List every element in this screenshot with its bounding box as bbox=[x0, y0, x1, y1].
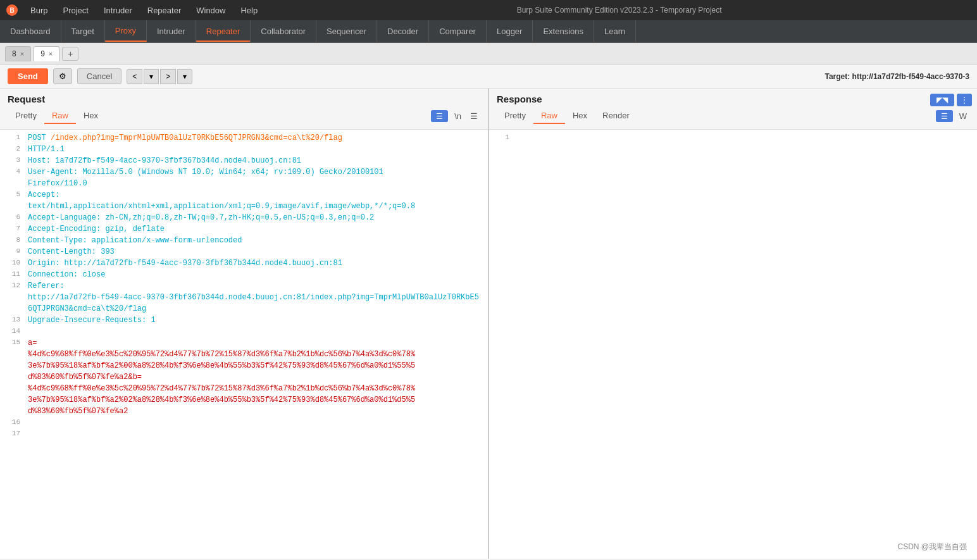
send-button[interactable]: Send bbox=[8, 68, 48, 84]
response-tab-raw[interactable]: Raw bbox=[533, 108, 565, 124]
request-line-1: 1 POST /index.php?img=TmprMlpUWTB0alUzT0… bbox=[0, 132, 488, 144]
request-tab-hex[interactable]: Hex bbox=[76, 108, 106, 124]
tab-decoder[interactable]: Decoder bbox=[377, 20, 429, 42]
response-panel-top-icons: ◤◥ ⋮ bbox=[930, 94, 972, 106]
request-line-13: 13 Upgrade-Insecure-Requests: 1 bbox=[0, 314, 488, 326]
tab-learn[interactable]: Learn bbox=[594, 20, 636, 42]
request-line-2: 2 HTTP/1.1 bbox=[0, 144, 488, 155]
response-view-button[interactable]: W bbox=[957, 110, 969, 122]
request-line-15f: 3e%7b%95%18%af%bf%a2%02%a8%28%4b%f3%6e%8… bbox=[0, 394, 488, 406]
menu-repeater[interactable]: Repeater bbox=[141, 3, 187, 18]
burp-logo-icon: B bbox=[5, 3, 19, 17]
nav-forward-dropdown-button[interactable]: ▾ bbox=[177, 69, 192, 84]
tab-repeater[interactable]: Repeater bbox=[196, 20, 251, 42]
repeater-tab-8-close[interactable]: × bbox=[20, 50, 24, 58]
response-panel: Response Pretty Raw Hex Render ☰ W ◤◥ ⋮ bbox=[489, 89, 977, 559]
response-tools: ☰ W bbox=[936, 110, 969, 122]
watermark: CSDN @我辈当自强 bbox=[897, 542, 967, 552]
tab-logger[interactable]: Logger bbox=[487, 20, 533, 42]
request-line-10: 10 Origin: http://1a7d72fb-f549-4acc-937… bbox=[0, 258, 488, 269]
request-line-12b: http://1a7d72fb-f549-4acc-9370-3fbf367b3… bbox=[0, 292, 488, 314]
request-line-15d: d%83%60%fb%5f%07%fe%a2&b= bbox=[0, 371, 488, 383]
request-line-6: 6 Accept-Language: zh-CN,zh;q=0.8,zh-TW;… bbox=[0, 212, 488, 223]
response-code-area[interactable]: 1 bbox=[489, 130, 977, 559]
tab-proxy[interactable]: Proxy bbox=[105, 20, 147, 42]
response-tab-pretty[interactable]: Pretty bbox=[497, 108, 533, 124]
request-code-area[interactable]: 1 POST /index.php?img=TmprMlpUWTB0alUzT0… bbox=[0, 130, 488, 559]
response-subtabs: Pretty Raw Hex Render bbox=[497, 108, 637, 124]
settings-button[interactable]: ⚙ bbox=[53, 68, 72, 84]
request-line-7: 7 Accept-Encoding: gzip, deflate bbox=[0, 223, 488, 235]
app-title: Burp Suite Community Edition v2023.2.3 -… bbox=[266, 6, 972, 15]
response-inspector-button[interactable]: ☰ bbox=[936, 110, 953, 122]
repeater-tab-8-label: 8 bbox=[12, 49, 16, 58]
request-line-11: 11 Connection: close bbox=[0, 269, 488, 280]
add-repeater-tab[interactable]: + bbox=[62, 47, 78, 61]
tab-extensions[interactable]: Extensions bbox=[533, 20, 594, 42]
repeater-tabs: 8 × 9 × + bbox=[0, 43, 977, 65]
request-line-15: 15 a= bbox=[0, 337, 488, 349]
repeater-tab-8[interactable]: 8 × bbox=[5, 46, 31, 61]
request-line-8: 8 Content-Type: application/x-www-form-u… bbox=[0, 235, 488, 246]
nav-arrows: < ▾ > ▾ bbox=[127, 69, 192, 84]
request-newline-button[interactable]: \n bbox=[452, 110, 464, 122]
nav-back-button[interactable]: < bbox=[127, 69, 142, 84]
nav-forward-button[interactable]: > bbox=[160, 69, 176, 84]
menu-window[interactable]: Window bbox=[190, 3, 232, 18]
request-line-15g: d%83%60%fb%5f%07%fe%a2 bbox=[0, 406, 488, 417]
request-title: Request bbox=[8, 94, 480, 104]
request-inspector-button[interactable]: ☰ bbox=[431, 110, 448, 122]
tab-comparer[interactable]: Comparer bbox=[429, 20, 487, 42]
request-tools: ☰ \n ☰ bbox=[431, 110, 480, 122]
main-content: Request Pretty Raw Hex ☰ \n ☰ 1 POST /in… bbox=[0, 89, 977, 559]
request-line-4: 4 User-Agent: Mozilla/5.0 (Windows NT 10… bbox=[0, 166, 488, 178]
request-line-14: 14 bbox=[0, 326, 488, 337]
target-label: Target: http://1a7d72fb-f549-4acc-9370-3 bbox=[825, 72, 969, 81]
request-line-9: 9 Content-Length: 393 bbox=[0, 246, 488, 258]
response-expand-button[interactable]: ⋮ bbox=[957, 94, 972, 106]
request-line-15c: 3e%7b%95%18%af%bf%a2%00%a8%28%4b%f3%6e%8… bbox=[0, 360, 488, 371]
response-tab-hex[interactable]: Hex bbox=[565, 108, 595, 124]
request-line-4b: Firefox/110.0 bbox=[0, 178, 488, 189]
tab-target[interactable]: Target bbox=[61, 20, 105, 42]
tab-collaborator[interactable]: Collaborator bbox=[251, 20, 316, 42]
tab-sequencer[interactable]: Sequencer bbox=[316, 20, 377, 42]
request-line-15b: %4d%c9%68%ff%0e%e3%5c%20%95%72%d4%77%7b%… bbox=[0, 349, 488, 360]
repeater-tab-9-label: 9 bbox=[40, 49, 45, 58]
response-split-view-button[interactable]: ◤◥ bbox=[930, 94, 954, 106]
response-title: Response bbox=[497, 94, 969, 104]
response-tab-render[interactable]: Render bbox=[595, 108, 637, 124]
nav-dropdown-button[interactable]: ▾ bbox=[144, 69, 159, 84]
menu-intruder[interactable]: Intruder bbox=[97, 3, 139, 18]
request-line-12: 12 Referer: bbox=[0, 280, 488, 292]
menu-burp[interactable]: Burp bbox=[24, 3, 54, 18]
request-line-5b: text/html,application/xhtml+xml,applicat… bbox=[0, 201, 488, 212]
toolbar: Send ⚙ Cancel < ▾ > ▾ Target: http://1a7… bbox=[0, 65, 977, 89]
response-panel-header: Response Pretty Raw Hex Render ☰ W bbox=[489, 89, 977, 130]
repeater-tab-9-close[interactable]: × bbox=[49, 50, 53, 58]
request-line-17: 17 bbox=[0, 428, 488, 440]
request-line-16: 16 bbox=[0, 417, 488, 428]
repeater-tab-9[interactable]: 9 × bbox=[34, 46, 59, 61]
request-line-5: 5 Accept: bbox=[0, 189, 488, 201]
request-menu-button[interactable]: ☰ bbox=[468, 110, 480, 122]
svg-text:B: B bbox=[9, 7, 14, 14]
request-panel: Request Pretty Raw Hex ☰ \n ☰ 1 POST /in… bbox=[0, 89, 489, 559]
request-tab-raw[interactable]: Raw bbox=[44, 108, 76, 124]
tab-dashboard[interactable]: Dashboard bbox=[0, 20, 61, 42]
response-line-1: 1 bbox=[489, 132, 977, 144]
cancel-button[interactable]: Cancel bbox=[77, 68, 121, 84]
menu-project[interactable]: Project bbox=[56, 3, 94, 18]
menu-help[interactable]: Help bbox=[234, 3, 264, 18]
request-panel-header: Request Pretty Raw Hex ☰ \n ☰ bbox=[0, 89, 488, 130]
request-subtabs: Pretty Raw Hex bbox=[8, 108, 106, 124]
menu-bar: B Burp Project Intruder Repeater Window … bbox=[0, 0, 977, 20]
request-line-15e: %4d%c9%68%ff%0e%e3%5c%20%95%72%d4%77%7b%… bbox=[0, 383, 488, 394]
tab-intruder[interactable]: Intruder bbox=[147, 20, 196, 42]
request-line-3: 3 Host: 1a7d72fb-f549-4acc-9370-3fbf367b… bbox=[0, 155, 488, 166]
request-tab-pretty[interactable]: Pretty bbox=[8, 108, 44, 124]
nav-tabs: Dashboard Target Proxy Intruder Repeater… bbox=[0, 20, 977, 43]
